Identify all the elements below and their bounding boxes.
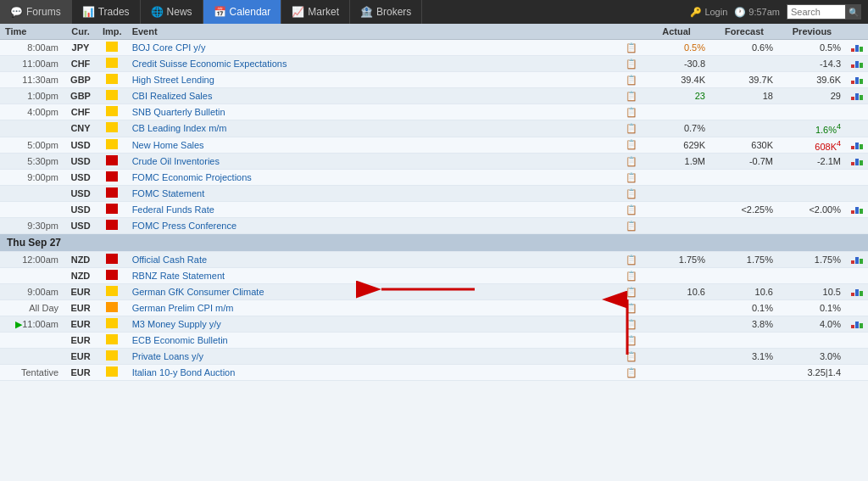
event-link[interactable]: Official Cash Rate — [132, 254, 207, 265]
actual-cell — [643, 300, 710, 316]
document-icon[interactable]: 📋 — [626, 188, 637, 199]
event-link[interactable]: Crude Oil Inventories — [132, 156, 220, 166]
document-icon[interactable]: 📋 — [626, 271, 637, 282]
time-cell: 11:00am — [0, 56, 64, 72]
event-link[interactable]: FOMC Economic Projections — [132, 172, 252, 182]
event-name-cell[interactable]: FOMC Statement — [127, 186, 620, 202]
chart-icon[interactable] — [851, 43, 863, 53]
document-icon[interactable]: 📋 — [626, 172, 637, 183]
event-name-cell[interactable]: High Street Lending — [127, 72, 620, 88]
previous-cell: 29 — [778, 88, 846, 104]
document-icon[interactable]: 📋 — [626, 59, 637, 70]
chart-icon[interactable] — [851, 59, 863, 70]
document-icon[interactable]: 📋 — [626, 335, 637, 346]
document-icon[interactable]: 📋 — [626, 75, 637, 86]
chart-icon[interactable] — [851, 92, 863, 102]
event-link[interactable]: CB Leading Index m/m — [132, 123, 227, 133]
event-link[interactable]: RBNZ Rate Statement — [132, 271, 225, 281]
event-link[interactable]: CBI Realized Sales — [132, 91, 213, 101]
event-link[interactable]: ECB Economic Bulletin — [132, 335, 228, 345]
currency-cell: USD — [64, 202, 97, 218]
event-link[interactable]: FOMC Press Conference — [132, 221, 236, 231]
event-name-cell[interactable]: Crude Oil Inventories — [127, 154, 620, 170]
event-name-cell[interactable]: New Home Sales — [127, 137, 620, 154]
impact-low — [106, 90, 118, 100]
clock-icon: 🕐 — [734, 7, 746, 18]
chart-icon[interactable] — [851, 255, 863, 266]
table-row: USDFOMC Statement📋 — [0, 186, 868, 202]
event-name-cell[interactable]: German Prelim CPI m/m — [127, 300, 620, 316]
time-cell — [0, 268, 64, 284]
event-name-cell[interactable]: FOMC Press Conference — [127, 218, 620, 234]
chart-icon[interactable] — [851, 157, 863, 167]
doc-cell: 📋 — [620, 170, 643, 186]
document-icon[interactable]: 📋 — [626, 156, 637, 167]
event-name-cell[interactable]: SNB Quarterly Bulletin — [127, 104, 620, 120]
document-icon[interactable]: 📋 — [626, 139, 637, 150]
event-link[interactable]: Credit Suisse Economic Expectations — [132, 59, 287, 69]
event-link[interactable]: SNB Quarterly Bulletin — [132, 107, 225, 117]
event-name-cell[interactable]: Private Loans y/y — [127, 349, 620, 365]
forecast-cell: 0.6% — [710, 40, 778, 56]
event-name-cell[interactable]: FOMC Economic Projections — [127, 170, 620, 186]
nav-item-trades[interactable]: 📊 Trades — [72, 0, 141, 24]
nav-item-news[interactable]: 🌐 News — [141, 0, 203, 24]
event-name-cell[interactable]: Credit Suisse Economic Expectations — [127, 56, 620, 72]
event-name-cell[interactable]: BOJ Core CPI y/y — [127, 40, 620, 56]
chart-icon[interactable] — [851, 76, 863, 86]
event-name-cell[interactable]: German GfK Consumer Climate — [127, 284, 620, 300]
event-link[interactable]: FOMC Statement — [132, 188, 205, 199]
event-name-cell[interactable]: Federal Funds Rate — [127, 202, 620, 218]
document-icon[interactable]: 📋 — [626, 367, 637, 378]
previous-cell — [778, 268, 846, 284]
previous-cell — [778, 333, 846, 349]
event-link[interactable]: Italian 10-y Bond Auction — [132, 367, 236, 378]
event-link[interactable]: M3 Money Supply y/y — [132, 319, 221, 329]
event-name-cell[interactable]: Italian 10-y Bond Auction — [127, 365, 620, 381]
event-link[interactable]: Federal Funds Rate — [132, 204, 214, 215]
document-icon[interactable]: 📋 — [626, 287, 637, 298]
search-button[interactable]: 🔍 — [846, 4, 861, 20]
forecast-cell — [710, 365, 778, 381]
document-icon[interactable]: 📋 — [626, 254, 637, 266]
document-icon[interactable]: 📋 — [626, 107, 637, 118]
impact-low — [106, 58, 118, 68]
document-icon[interactable]: 📋 — [626, 303, 637, 314]
event-link[interactable]: High Street Lending — [132, 75, 214, 85]
event-link[interactable]: Private Loans y/y — [132, 351, 203, 361]
market-icon: 📈 — [292, 6, 304, 18]
event-name-cell[interactable]: CBI Realized Sales — [127, 88, 620, 104]
document-icon[interactable]: 📋 — [626, 319, 637, 330]
document-icon[interactable]: 📋 — [626, 42, 637, 53]
chart-icon[interactable] — [851, 205, 863, 215]
forecast-cell: 3.1% — [710, 349, 778, 365]
event-link[interactable]: BOJ Core CPI y/y — [132, 42, 206, 53]
event-name-cell[interactable]: M3 Money Supply y/y — [127, 316, 620, 333]
event-name-cell[interactable]: ECB Economic Bulletin — [127, 333, 620, 349]
nav-item-calendar[interactable]: 📅 Calendar — [203, 0, 282, 24]
previous-cell — [778, 170, 846, 186]
chart-icon[interactable] — [851, 141, 863, 151]
event-name-cell[interactable]: RBNZ Rate Statement — [127, 268, 620, 284]
event-name-cell[interactable]: CB Leading Index m/m — [127, 120, 620, 137]
chart-icon[interactable] — [851, 320, 863, 330]
doc-cell: 📋 — [620, 316, 643, 333]
document-icon[interactable]: 📋 — [626, 351, 637, 362]
impact-low — [106, 106, 118, 116]
nav-item-brokers[interactable]: 🏦 Brokers — [350, 0, 422, 24]
brokers-label: Brokers — [376, 6, 411, 18]
document-icon[interactable]: 📋 — [626, 123, 637, 134]
nav-item-forums[interactable]: 💬 Forums — [0, 0, 72, 24]
nav-item-market[interactable]: 📈 Market — [281, 0, 350, 24]
event-link[interactable]: German GfK Consumer Climate — [132, 287, 264, 297]
event-link[interactable]: New Home Sales — [132, 140, 204, 150]
event-name-cell[interactable]: Official Cash Rate — [127, 252, 620, 268]
event-link[interactable]: German Prelim CPI m/m — [132, 303, 234, 313]
document-icon[interactable]: 📋 — [626, 204, 637, 215]
login-button[interactable]: 🔑 Login — [690, 7, 727, 18]
document-icon[interactable]: 📋 — [626, 91, 637, 102]
actual-cell — [643, 186, 710, 202]
chart-icon[interactable] — [851, 288, 863, 298]
search-input[interactable] — [787, 4, 846, 20]
document-icon[interactable]: 📋 — [626, 221, 637, 232]
